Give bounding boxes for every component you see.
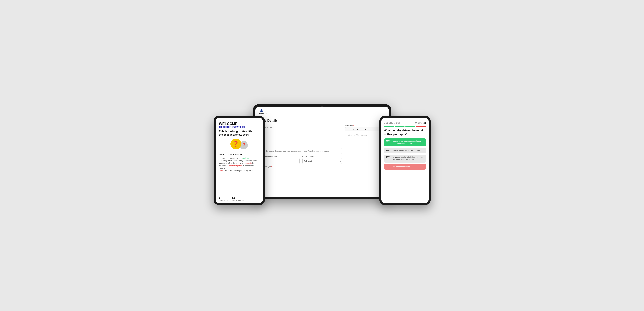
participants-count: 24 <box>232 197 244 200</box>
phone-left-screen: WELCOME TO TIECON SURAT 2023 This is the… <box>216 118 263 203</box>
publish-status-select-wrapper[interactable]: Published <box>302 158 342 164</box>
instruction-area[interactable]: Write something awesome... <box>345 133 384 146</box>
question-of-label: QUESTION 3 OF 4 <box>384 121 402 124</box>
answer-text-3: In gravida feugiat adipiscing habitasse … <box>393 156 424 161</box>
matrix-logo: MATRIX <box>259 109 267 114</box>
answer-pct-3: 19% <box>386 156 391 158</box>
question-bubble: ❓ ❓ <box>219 138 259 150</box>
instruction-label: Instruction* <box>345 125 384 127</box>
progress-bars <box>381 126 429 129</box>
toolbar-italic[interactable]: I <box>350 128 352 131</box>
answer-pct-2: 12% <box>386 150 391 152</box>
toolbar-emoji[interactable]: ☺ <box>360 128 363 131</box>
toolbar-row: B I ≡ S ☺ A <box>345 127 384 132</box>
points-display: POINTS: 22 <box>414 121 426 124</box>
tablet-device: MATRIX Quiz Details Instruction* B <box>253 104 391 199</box>
welcome-header: WELCOME TO TIECON SURAT 2023 This is the… <box>216 118 263 154</box>
answer-item-1[interactable]: 20% Magna ac donec malesuada aliquet lac… <box>384 138 426 146</box>
publish-status-select[interactable]: Published <box>302 158 342 164</box>
answer-text-4: Vel aliquet elementum. <box>393 165 411 168</box>
score-rule-3: Top 3 on the leaderboard get amazing pri… <box>219 170 259 172</box>
answers-list: 20% Magna ac donec malesuada aliquet lac… <box>381 138 429 203</box>
answer-item-4[interactable]: Vel aliquet elementum. <box>384 164 426 170</box>
description-input[interactable] <box>260 148 342 154</box>
toolbar-list[interactable]: ≡ <box>353 128 355 131</box>
tablet-screen: MATRIX Quiz Details Instruction* B <box>256 106 389 196</box>
publish-status-label: Publish Status* <box>302 156 342 158</box>
instruction-group: Instruction* B I ≡ S ☺ A Write something… <box>345 125 384 146</box>
description-group <box>260 148 342 154</box>
tablet-header: MATRIX <box>256 106 389 116</box>
question-type-label: Question Type* <box>260 166 384 168</box>
bubble-yellow: ❓ <box>230 138 241 150</box>
matrix-logo-text: MATRIX <box>259 112 267 114</box>
welcome-title: WELCOME <box>219 122 259 126</box>
toolbar-bold[interactable]: B <box>346 128 349 131</box>
quiz-show-title: This is the long written title of the be… <box>219 130 259 136</box>
participants-label: PARTICIPANTS <box>232 200 244 201</box>
answer-text-1: Magna ac donec malesuada aliquet lacus m… <box>393 140 424 145</box>
progress-bar-4 <box>416 126 426 127</box>
question-text: What country drinks the most coffee per … <box>381 129 429 138</box>
quiz-name-group <box>260 125 342 130</box>
phone-right-screen: QUESTION 3 OF 4 POINTS: 22 What country … <box>381 118 429 203</box>
how-to-score: HOW TO SCORE POINTS: Each correct answer… <box>216 154 263 172</box>
question-type-group: Question Type* <box>260 166 384 168</box>
form-row-time-status: Question Attempt Time* Publish Status* P… <box>260 156 384 164</box>
how-to-score-title: HOW TO SCORE POINTS: <box>219 154 259 156</box>
score-list: Each correct answer is worth 5 points. F… <box>219 157 259 172</box>
phone-right-device: QUESTION 3 OF 4 POINTS: 22 What country … <box>379 116 431 205</box>
form-row-1: Instruction* B I ≡ S ☺ A Write something… <box>260 125 384 146</box>
scene: MATRIX Quiz Details Instruction* B <box>214 104 431 207</box>
score-rule-2: For every correct answer you get additio… <box>219 160 259 170</box>
progress-bar-2 <box>394 126 404 127</box>
publish-status-group: Publish Status* Published <box>302 156 342 164</box>
form-row-qtype: Question Type* <box>260 166 384 168</box>
tablet-content: Quiz Details Instruction* B I ≡ <box>256 116 389 196</box>
phone-footer: 4 QUESTIONS 24 PARTICIPANTS <box>216 194 263 203</box>
progress-bar-1 <box>384 126 394 127</box>
matrix-logo-icon <box>259 109 264 112</box>
toolbar-strikethrough[interactable]: S <box>356 128 358 131</box>
participants-stat: 24 PARTICIPANTS <box>232 197 244 201</box>
score-rule-1: Each correct answer is worth 5 points. <box>219 157 259 160</box>
form-row-desc <box>260 148 384 154</box>
attempt-time-label: Question Attempt Time* <box>260 156 300 158</box>
attempt-time-input[interactable] <box>260 158 300 164</box>
phone-left-device: WELCOME TO TIECON SURAT 2023 This is the… <box>214 116 265 205</box>
welcome-subtitle: TO TIECON SURAT 2023 <box>219 126 259 128</box>
answer-item-2[interactable]: 12% Maecenas vel massa bibendum sed. <box>384 148 426 153</box>
progress-bar-3 <box>405 126 415 127</box>
quiz-details-title: Quiz Details <box>260 119 384 122</box>
quiz-question-header: QUESTION 3 OF 4 POINTS: 22 <box>381 118 429 126</box>
questions-stat: 4 QUESTIONS <box>219 197 228 201</box>
answer-text-2: Maecenas vel massa bibendum sed. <box>393 149 422 152</box>
toolbar-font[interactable]: A <box>364 128 366 131</box>
questions-count: 4 <box>219 197 228 200</box>
answer-item-3[interactable]: 19% In gravida feugiat adipiscing habita… <box>384 154 426 162</box>
attempt-time-group: Question Attempt Time* <box>260 156 300 164</box>
answer-pct-1: 20% <box>386 140 391 142</box>
quiz-name-input[interactable] <box>260 125 342 130</box>
questions-label: QUESTIONS <box>219 200 228 201</box>
